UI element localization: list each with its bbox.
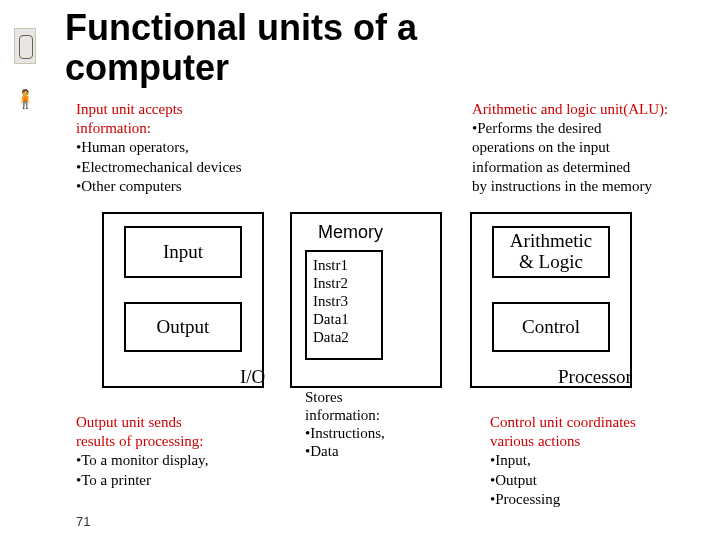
alu-desc-l4: information as determined (472, 158, 708, 177)
input-desc-bullet3: •Other computers (76, 177, 336, 196)
input-desc-bullet1: •Human operators, (76, 138, 336, 157)
memory-inner-box: Instr1 Instr2 Instr3 Data1 Data2 (305, 250, 383, 360)
mem-item-4: Data1 (313, 310, 375, 328)
mem-below-l2: information: (305, 406, 445, 424)
figure-icon: 🧍 (14, 88, 36, 110)
processor-label: Processor (558, 366, 632, 388)
control-description: Control unit coordinates various actions… (490, 413, 710, 509)
alu-box-l2: & Logic (510, 252, 592, 273)
output-box-label: Output (157, 316, 210, 338)
slide: 🧍 Functional units of a computer Input u… (0, 0, 720, 540)
control-desc-l5: •Processing (490, 490, 710, 509)
control-desc-l1: Control unit coordinates (490, 413, 710, 432)
output-box: Output (124, 302, 242, 352)
title-line-1: Functional units of a (65, 7, 417, 48)
mem-item-3: Instr3 (313, 292, 375, 310)
mem-item-1: Instr1 (313, 256, 375, 274)
output-desc-l1: Output unit sends (76, 413, 306, 432)
decor-icon (14, 28, 36, 64)
output-desc-l2: results of processing: (76, 432, 306, 451)
input-desc-bullet2: •Electromechanical devices (76, 158, 336, 177)
mem-item-5: Data2 (313, 328, 375, 346)
input-unit-description: Input unit accepts information: •Human o… (76, 100, 336, 196)
mem-item-2: Instr2 (313, 274, 375, 292)
control-desc-l2: various actions (490, 432, 710, 451)
io-label: I/O (240, 366, 265, 388)
control-box: Control (492, 302, 610, 352)
memory-title: Memory (318, 222, 383, 243)
memory-below-text: Stores information: •Instructions, •Data (305, 388, 445, 460)
input-desc-line2: information: (76, 119, 336, 138)
output-desc-l4: •To a printer (76, 471, 306, 490)
output-description: Output unit sends results of processing:… (76, 413, 306, 490)
alu-description: Arithmetic and logic unit(ALU): •Perform… (472, 100, 708, 196)
alu-desc-l2: •Performs the desired (472, 119, 708, 138)
mem-below-l4: •Data (305, 442, 445, 460)
alu-desc-l3: operations on the input (472, 138, 708, 157)
alu-desc-l5: by instructions in the memory (472, 177, 708, 196)
title-line-2: computer (65, 47, 229, 88)
control-box-label: Control (522, 316, 580, 338)
alu-desc-line1: Arithmetic and logic unit(ALU): (472, 100, 708, 119)
mem-below-l3: •Instructions, (305, 424, 445, 442)
alu-box-l1: Arithmetic (510, 231, 592, 252)
output-desc-l3: •To a monitor display, (76, 451, 306, 470)
control-desc-l3: •Input, (490, 451, 710, 470)
control-desc-l4: •Output (490, 471, 710, 490)
mem-below-l1: Stores (305, 388, 445, 406)
input-box-label: Input (163, 241, 203, 263)
slide-title: Functional units of a computer (65, 8, 417, 89)
alu-box: Arithmetic & Logic (492, 226, 610, 278)
input-desc-line1: Input unit accepts (76, 100, 336, 119)
slide-number: 71 (76, 514, 90, 529)
input-box: Input (124, 226, 242, 278)
